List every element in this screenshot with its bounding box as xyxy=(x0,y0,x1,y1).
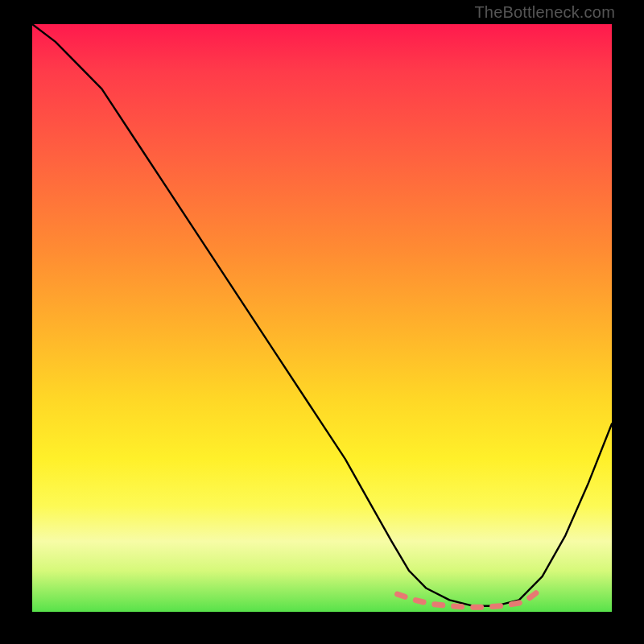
watermark-label: TheBottleneck.com xyxy=(474,3,615,22)
chart-frame: TheBottleneck.com xyxy=(0,0,644,644)
gradient-plot-background xyxy=(32,24,612,612)
